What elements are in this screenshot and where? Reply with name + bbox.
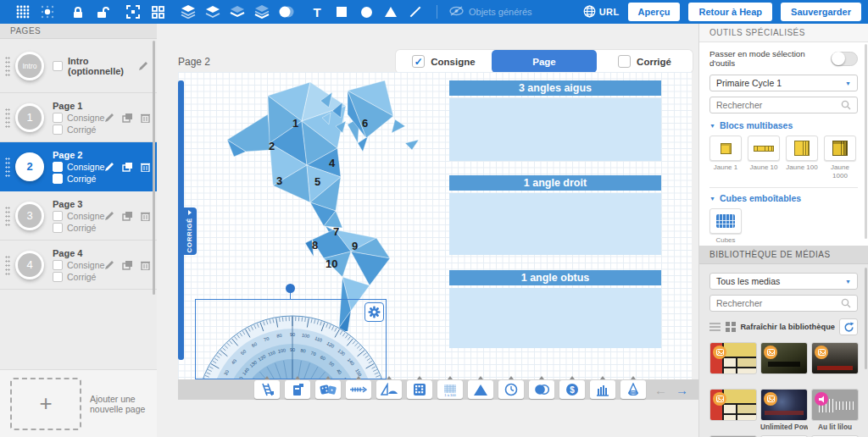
dropzone-body[interactable] xyxy=(449,193,661,255)
page-item-intro[interactable]: Intro Intro (optionnelle) xyxy=(0,39,157,93)
page-badge-4[interactable]: 4 xyxy=(15,251,44,279)
edit-page-icon[interactable] xyxy=(104,113,114,123)
back-to-heap-button[interactable]: Retour à Heap xyxy=(688,3,772,21)
lock-icon[interactable] xyxy=(70,4,86,19)
media-search-input[interactable] xyxy=(716,298,841,308)
unlock-icon[interactable] xyxy=(95,4,110,19)
consigne-checkbox[interactable] xyxy=(53,260,63,270)
delete-page-icon[interactable] xyxy=(141,113,150,123)
media-item[interactable] xyxy=(760,342,808,384)
clock-tool-button[interactable] xyxy=(498,380,524,399)
grid-view-icon[interactable] xyxy=(726,322,736,332)
duplicate-page-icon[interactable] xyxy=(122,113,133,123)
strip-prev-arrow[interactable]: ← xyxy=(654,383,667,397)
duplicate-page-icon[interactable] xyxy=(122,211,133,221)
add-page-button[interactable]: + xyxy=(10,378,81,430)
square-tool-icon[interactable] xyxy=(334,4,349,19)
corrige-checkbox[interactable] xyxy=(53,223,63,233)
send-backward-icon[interactable] xyxy=(230,4,245,19)
dropzone-body[interactable] xyxy=(449,288,661,348)
media-scrollbar[interactable] xyxy=(865,268,867,369)
americas-map-image[interactable]: 1 2 3 4 5 6 7 8 9 10 xyxy=(222,77,426,331)
tool-jaune-1000[interactable]: Jaune 1000 xyxy=(824,136,856,180)
delete-page-icon[interactable] xyxy=(141,260,150,270)
level-select[interactable]: Primaire Cycle 1 ▼ xyxy=(709,75,858,91)
consigne-checkbox[interactable] xyxy=(53,162,63,172)
tab-consigne[interactable]: ✓ Consigne xyxy=(396,50,492,73)
generated-objects-toggle[interactable]: Objets générés xyxy=(449,6,532,18)
media-item[interactable] xyxy=(709,342,757,384)
dropzone-body[interactable] xyxy=(449,98,661,161)
corrige-flap-tab[interactable]: CORRIGÉ xyxy=(182,207,197,255)
edit-page-icon[interactable] xyxy=(104,260,114,270)
drag-handle-icon[interactable] xyxy=(5,108,10,128)
dice-tool-button[interactable] xyxy=(315,380,341,399)
media-item[interactable] xyxy=(811,342,859,384)
dropzone-angle-obtus[interactable]: 1 angle obtus xyxy=(449,270,661,348)
tool-jaune-10[interactable]: Jaune 10 xyxy=(748,136,780,180)
corrige-checkbox[interactable] xyxy=(53,124,63,135)
section-blocs-multibases[interactable]: ▼ Blocs multibases xyxy=(709,120,858,130)
send-to-back-icon[interactable] xyxy=(254,4,270,19)
drag-handle-icon[interactable] xyxy=(5,157,10,177)
edit-page-icon[interactable] xyxy=(104,162,114,172)
hundred-board-tool-button[interactable] xyxy=(407,380,432,399)
section-cubes-emboitables[interactable]: ▼ Cubes emboîtables xyxy=(709,193,858,203)
tool-jaune-1[interactable]: Jaune 1 xyxy=(709,136,742,180)
duplicate-page-icon[interactable] xyxy=(122,260,133,270)
line-tool-icon[interactable] xyxy=(408,4,423,19)
solids-tool-button[interactable] xyxy=(620,380,646,399)
corrige-checkbox[interactable] xyxy=(53,272,63,282)
group-objects-icon[interactable] xyxy=(150,4,165,19)
corrige-tab-checkbox[interactable] xyxy=(618,55,631,68)
bring-forward-icon[interactable] xyxy=(205,4,220,19)
media-filter-select[interactable]: Tous les medias ▼ xyxy=(709,273,858,290)
tab-page-active[interactable]: Page xyxy=(492,50,597,73)
duplicate-page-icon[interactable] xyxy=(122,162,133,172)
page-item-2-active[interactable]: 2 Page 2 Consigne Corrigé xyxy=(0,142,157,191)
tool-selection-mode-toggle[interactable] xyxy=(831,52,858,66)
triangle-shape-tool-button[interactable] xyxy=(468,380,493,399)
media-item[interactable] xyxy=(709,389,757,430)
flashcard-tool-button[interactable] xyxy=(285,380,310,399)
page-badge-intro[interactable]: Intro xyxy=(15,52,44,80)
pages-scrollbar[interactable] xyxy=(153,41,155,295)
consigne-checkbox[interactable] xyxy=(53,113,63,123)
url-button[interactable]: URL xyxy=(583,5,620,19)
abacus-tool-button[interactable] xyxy=(590,380,615,399)
page-item-4[interactable]: 4 Page 4 Consigne Corrigé xyxy=(0,241,157,290)
strip-next-arrow[interactable]: → xyxy=(676,383,688,397)
preview-button[interactable]: Aperçu xyxy=(628,3,681,21)
drag-handle-icon[interactable] xyxy=(5,206,10,226)
tool-jaune-100[interactable]: Jaune 100 xyxy=(786,136,818,180)
opacity-icon[interactable] xyxy=(279,4,294,19)
coins-tool-button[interactable] xyxy=(529,380,554,399)
consigne-checkbox[interactable] xyxy=(53,211,63,221)
money-tool-button[interactable]: $ xyxy=(559,380,585,399)
bring-to-front-icon[interactable] xyxy=(181,4,196,19)
tab-corrige[interactable]: Corrigé xyxy=(597,50,693,73)
numberline-tool-button[interactable] xyxy=(346,380,371,399)
grid-icon[interactable] xyxy=(15,4,31,19)
select-all-icon[interactable] xyxy=(125,4,141,19)
consigne-tab-checkbox[interactable]: ✓ xyxy=(412,55,425,68)
circle-tool-icon[interactable] xyxy=(359,4,374,19)
media-item[interactable]: Unlimited Power xyxy=(760,389,808,430)
intro-checkbox[interactable] xyxy=(53,61,63,71)
page-item-1[interactable]: 1 Page 1 Consigne Corrigé xyxy=(0,93,157,142)
rotation-handle[interactable] xyxy=(286,284,295,293)
grid-100-tool-button[interactable]: 1 à 100 xyxy=(437,380,463,399)
edit-page-icon[interactable] xyxy=(138,61,148,71)
editor-canvas[interactable]: CORRIGÉ xyxy=(178,72,692,379)
list-view-icon[interactable] xyxy=(709,323,721,331)
page-badge-2[interactable]: 2 xyxy=(15,152,44,181)
protractor-settings-button[interactable] xyxy=(364,302,384,322)
dropzone-angles-aigus[interactable]: 3 angles aigus xyxy=(449,80,661,161)
drag-handle-icon[interactable] xyxy=(5,255,10,275)
corrige-checkbox[interactable] xyxy=(53,174,63,184)
delete-page-icon[interactable] xyxy=(141,211,150,221)
refresh-library-button[interactable] xyxy=(839,318,858,335)
save-button[interactable]: Sauvergarder xyxy=(781,3,861,21)
text-tool-icon[interactable]: T xyxy=(309,4,325,19)
delete-page-icon[interactable] xyxy=(141,162,150,172)
